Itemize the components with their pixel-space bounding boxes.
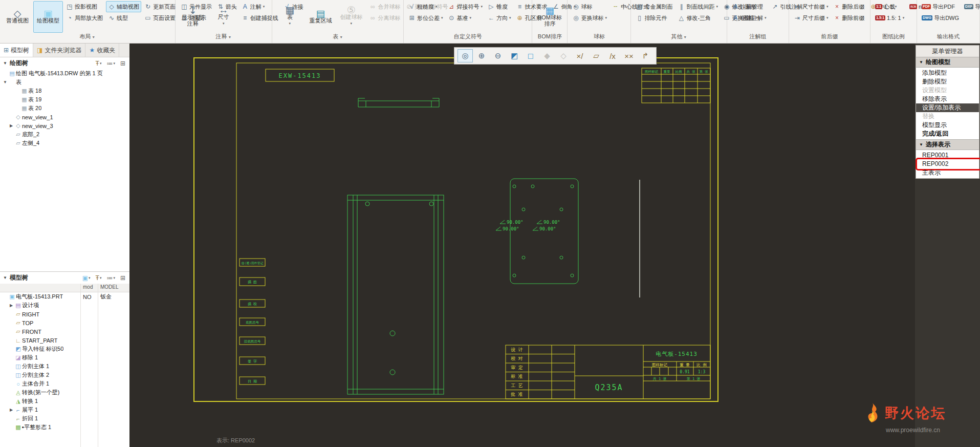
tree-item-body-merge-1[interactable]: ○主体合并 1 [0,379,129,388]
scale-1to1-button[interactable]: 1:11: 1▾ [873,1,906,12]
top-view[interactable] [358,98,439,107]
expand-icon[interactable]: ▶ [8,303,14,308]
refit-icon[interactable]: ◎ [458,49,473,62]
exclude-component-button[interactable]: ▯排除元件 [634,12,674,24]
tree-item-new-view-3[interactable]: ▶◇new_view_3 [0,121,129,130]
direction-button[interactable]: ←方向▾ [486,12,513,24]
note-manager-button[interactable]: A注解管理 [730,1,769,12]
hidden-line-icon[interactable]: ◻ [523,49,538,62]
collapse-icon[interactable]: ▼ [3,275,7,280]
gtol-button[interactable]: ⊞形位公差▾ [406,12,445,24]
axis-display-icon[interactable]: ×/ [572,49,587,62]
tree-item-bottom-2[interactable]: ▱底部_2 [0,130,129,139]
nonmetal-section-button[interactable]: ▨非金属剖面 [634,1,674,12]
column-header-model[interactable]: MODEL [100,284,119,290]
transparency-icon[interactable]: ◇ [556,49,571,62]
spin-center-icon[interactable]: ↱ [638,49,653,62]
tree-item-import-feature[interactable]: ◩导入特征 标识50 [0,345,129,353]
tree-item-part-root[interactable]: ▣电气板-15413.PRTNO钣金 [0,292,129,301]
show-model-annotations-button[interactable]: ↧显示模型注释 [178,1,208,33]
page-setup-button[interactable]: ▭页面设置 [142,12,178,24]
menu-item-rep0001[interactable]: REP0001 [916,151,979,160]
detail-view-button[interactable]: ◔局部放大图 [64,12,105,24]
menu-item-remove-rep[interactable]: 移除表示 [916,95,979,103]
split-balloons-button[interactable]: ∞分离球标 [367,12,402,24]
drawing-tree-settings-icon[interactable]: ≔▾ [105,60,116,67]
expand-icon[interactable]: ▼ [2,80,8,84]
group-overflow-icon[interactable]: ▼ [92,35,95,39]
export-dxf-button[interactable]: DXF导出DXF [962,1,980,12]
repeat-region-button[interactable]: ▤重复区域 [306,1,335,33]
create-note-button[interactable]: A创建注解▾ [730,12,769,24]
menu-item-add-model[interactable]: 添加模型 [916,69,979,77]
drawing-tree-tools-icon[interactable]: Ŧ▾ [95,60,103,67]
menu-section-drawing-models[interactable]: ▼ 绘图模型 [916,57,979,68]
normal-view-button[interactable]: ◇普通视图 [3,1,32,33]
menu-item-replace[interactable]: 替换 [916,112,979,121]
zoom-out-icon[interactable]: ⊖ [490,49,506,62]
tree-item-right-plane[interactable]: ▱RIGHT [0,310,129,318]
dim-prefix-button[interactable]: ⇤尺寸前缀▾ [792,1,831,12]
tree-item-table-19[interactable]: ▦表 19 [0,95,129,104]
balloon-button[interactable]: ◎球标 [570,1,609,12]
tree-item-convert-1[interactable]: ◮转换 1 [0,397,129,406]
menu-item-delete-model[interactable]: 删除模型 [916,77,979,86]
menu-item-set-model[interactable]: 设置模型 [916,86,979,95]
tree-item-fold-back-1[interactable]: ⌐折回 1 [0,414,129,423]
delete-suffix-button[interactable]: ×删除后缀 [831,1,866,12]
point-display-icon[interactable]: /x [605,49,620,62]
tab-folder-browser[interactable]: ◨文件夹浏览器 [33,44,85,57]
scale-1p5to1-button[interactable]: 1.5:11.5: 1▾ [873,12,906,24]
dim-suffix-button[interactable]: ⇥尺寸后缀▾ [792,12,831,24]
roughness-button[interactable]: √粗糙度▾ [406,1,445,12]
delete-prefix-button[interactable]: ×删除前缀 [831,12,866,24]
tree-item-start-part[interactable]: ∟START_PART [0,336,129,345]
menu-item-model-display[interactable]: 模型显示 [916,121,979,130]
hatch-spacing-button[interactable]: ∥剖面线间距▾ [676,1,720,12]
model-tree-settings-icon[interactable]: ≔▾ [105,274,116,282]
shading-icon[interactable]: ◆ [539,49,555,62]
tree-item-flatten-1[interactable]: ▶⌐展平 1 [0,406,129,414]
plane-display-icon[interactable]: ▱ [589,49,604,62]
model-tree-tools-icon[interactable]: Ŧ▾ [95,274,103,282]
weld-symbol-button[interactable]: ⊿焊接符号▾ [446,1,485,12]
group-overflow-icon[interactable]: ▼ [228,35,232,39]
modify-triangle-button[interactable]: △修改-三角 [676,12,720,24]
model-tree-display-icon[interactable]: ▣▾ [81,274,92,282]
expand-icon[interactable]: ▶ [8,408,14,412]
tab-favorites[interactable]: ★收藏夹 [85,44,119,57]
drawing-tree-columns-icon[interactable]: ⊞ [119,60,126,67]
menu-item-rep0002[interactable]: REP0002 [916,160,979,168]
tree-item-top-plane[interactable]: ▱TOP [0,318,129,327]
tree-item-flat-state-1[interactable]: ▩▪平整形态 1 [0,423,129,432]
tree-item-table-18[interactable]: ▦表 18 [0,87,129,95]
datum-button[interactable]: ⊙基准▾ [446,12,485,24]
tree-item-left-4[interactable]: ▱左侧_4 [0,139,129,147]
collapse-icon[interactable]: ▼ [3,61,7,66]
tree-item-convert-first-wall[interactable]: ◬转换(第一个壁) [0,388,129,397]
expand-icon[interactable]: ▶ [8,123,14,128]
menu-item-master-rep[interactable]: 主表示 [916,168,979,177]
tree-item-remove-1[interactable]: ◪移除 1 [0,353,129,362]
menu-section-select-rep[interactable]: ▼ 选择表示 [916,140,979,150]
menu-item-done-return[interactable]: 完成/返回 [916,130,979,138]
replace-balloon-button[interactable]: ◎更换球标▾ [570,12,609,24]
dimension-button[interactable]: ↔尺寸▾ [209,1,238,33]
tree-item-design-items[interactable]: ▶▤设计项 [0,301,129,310]
zoom-in-icon[interactable]: ⊕ [474,49,489,62]
taper-button[interactable]: ▷锥度 [486,1,513,12]
group-overflow-icon[interactable]: ▼ [683,35,687,39]
drawing-canvas[interactable]: EXW-15413 图样标记 重量 比例 共 张 第 张 借(通)用件登记 描 … [129,44,980,447]
csys-display-icon[interactable]: ×× [621,49,637,62]
column-header-mod[interactable]: mod [83,284,93,290]
table-button[interactable]: ▦表▾ [275,1,304,33]
tree-item-split-body-1[interactable]: ◫分割主体 1 [0,362,129,371]
export-pdf-button[interactable]: PDF导出PDF [920,1,961,12]
tree-item-drawing-root[interactable]: ▤绘图 电气板-15413.DRW 的第 1 页 [0,69,129,78]
update-sheet-button[interactable]: ↻更新页面 [142,1,178,12]
auxiliary-view-button[interactable]: ◇辅助视图 [106,1,141,12]
create-balloon-button[interactable]: ⑤创建球标▾ [336,1,366,33]
display-style-icon[interactable]: ◩ [507,49,522,62]
tree-item-table-20[interactable]: ▦表 20 [0,104,129,113]
group-overflow-icon[interactable]: ▼ [339,35,343,39]
